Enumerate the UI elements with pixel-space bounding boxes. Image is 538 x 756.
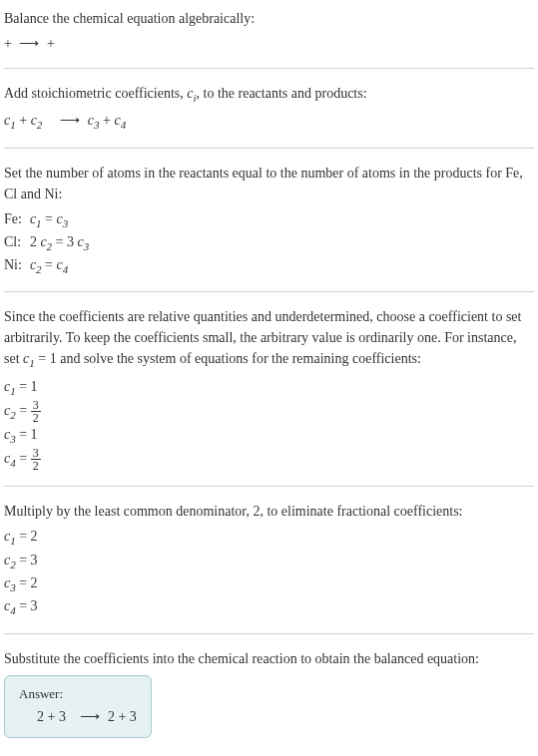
list-item: c1 = 2 [4,526,534,549]
list-item: c3 = 1 [4,424,534,447]
plus: + 3 [118,709,136,724]
answer-box: Answer: 2 + 3 ⟶ 2 + 3 [4,675,152,739]
n: 3 [84,240,90,252]
list-item: c4 = 3 [4,595,534,618]
n: 2 [37,119,43,131]
denominator: 2 [31,412,41,424]
answer-label: Answer: [19,684,137,704]
element-label: Ni: [4,254,30,277]
text: Add stoichiometric coefficients, ci, to … [4,83,534,106]
var: c2 [4,403,16,418]
system-table: Fe: c1 = c3 Cl: 2 c2 = 3 c3 Ni: c2 = c4 [4,208,93,278]
c2: c2 [31,113,43,128]
generic-reaction: c1 + c2 ⟶ c3 + c4 [4,110,534,133]
var: c1 [4,379,16,394]
val: = 1 [16,379,38,394]
rhs: c4 [57,257,69,272]
solution-list: c1 = 1 c2 = 32 c3 = 1 c4 = 32 [4,376,534,473]
balanced-equation: 2 + 3 ⟶ 2 + 3 [19,706,137,727]
element-label: Cl: [4,231,30,254]
heading: Balance the chemical equation algebraica… [4,8,534,29]
text: Set the number of atoms in the reactants… [4,163,534,204]
section-system: Set the number of atoms in the reactants… [4,163,534,293]
list-item: c2 = 3 [4,550,534,572]
var: c2 [4,553,16,567]
spacer [46,113,53,128]
plus: + [19,113,30,128]
val: = 1 [16,427,38,442]
val: = 2 [16,529,38,544]
fraction: 32 [31,447,41,472]
list-item: c3 = 2 [4,572,534,595]
reaction-arrow-icon: ⟶ [60,110,80,131]
section-add-coefficients: Add stoichiometric coefficients, ci, to … [4,83,534,149]
list-item: c2 = 32 [4,399,534,424]
mult: 3 [67,234,78,249]
n: 3 [94,119,100,131]
element-label: Fe: [4,208,30,231]
reaction-arrow-icon: ⟶ [19,33,39,54]
plus: + [47,36,55,51]
c4: c4 [114,113,126,128]
list-item: c4 = 32 [4,447,534,472]
text-fragment: , to the reactants and products: [197,86,367,101]
equation: c1 = c3 [30,208,93,231]
n: 4 [121,119,127,131]
lhs: c1 [30,211,42,226]
text: Since the coefficients are relative quan… [4,306,534,371]
n: 4 [63,263,69,275]
rhs: c3 [78,234,90,249]
lhs: c2 [40,234,52,249]
n: 1 [10,119,16,131]
text-fragment: Add stoichiometric coefficients, [4,86,187,101]
set-var: c1 [23,351,35,366]
fraction: 32 [31,399,41,424]
text-fragment: and solve the system of equations for th… [57,351,421,366]
equals: = [52,234,67,249]
lhs: c2 [30,257,42,272]
section-answer: Substitute the coefficients into the che… [4,648,534,739]
list-item: c1 = 1 [4,376,534,399]
var: c1 [4,529,16,544]
table-row: Cl: 2 c2 = 3 c3 [4,231,93,254]
section-integer: Multiply by the least common denominator… [4,501,534,633]
reaction-arrow-icon: ⟶ [80,706,100,727]
equals: = [16,451,31,466]
unbalanced-reaction: + ⟶ + [4,33,534,54]
n: 3 [63,216,69,228]
c3: c3 [88,113,100,128]
spacer [69,709,73,724]
section-solve-fractional: Since the coefficients are relative quan… [4,306,534,487]
equals: = [42,211,57,226]
table-row: Ni: c2 = c4 [4,254,93,277]
var: c4 [4,451,16,466]
ci-symbol: ci [187,86,196,101]
var: c4 [4,598,16,613]
c1: c1 [4,113,16,128]
equation: c2 = c4 [30,254,93,277]
coeff: 2 [37,709,48,724]
set-val: = 1 [35,351,57,366]
text: Multiply by the least common denominator… [4,501,534,522]
prefix: 2 [30,234,41,249]
equals: = [16,403,31,418]
rhs: c3 [57,211,69,226]
plus: + 3 [48,709,70,724]
solution-list: c1 = 2 c2 = 3 c3 = 2 c4 = 3 [4,526,534,618]
val: = 2 [16,575,38,590]
section-problem: Balance the chemical equation algebraica… [4,8,534,69]
val: = 3 [16,598,38,613]
equation: 2 c2 = 3 c3 [30,231,93,254]
var: c3 [4,427,16,442]
denominator: 2 [31,460,41,472]
val: = 3 [16,553,38,567]
var: c3 [4,575,16,590]
coeff: 2 [108,709,119,724]
table-row: Fe: c1 = c3 [4,208,93,231]
plus: + [103,113,114,128]
text: Substitute the coefficients into the che… [4,648,534,669]
equals: = [42,257,57,272]
plus: + [4,36,15,51]
